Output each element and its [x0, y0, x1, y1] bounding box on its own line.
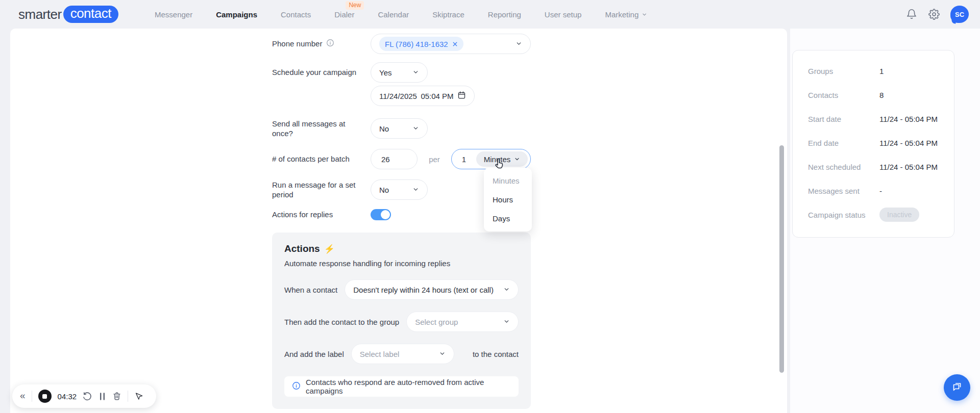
run-period-label: Run a message for a set period: [272, 180, 371, 200]
summary-row-campaign-status: Campaign status Inactive: [808, 210, 954, 220]
phone-number-row: Phone number FL (786) 418-1632: [272, 34, 531, 54]
time-value: 05:04 PM: [421, 92, 453, 100]
send-all-row: Send all messages at once? No: [272, 118, 531, 139]
nav-item-messenger[interactable]: Messenger: [143, 7, 204, 22]
user-avatar[interactable]: SC: [950, 6, 969, 23]
label-select[interactable]: Select label: [351, 344, 454, 364]
nav-item-calendar[interactable]: Calendar: [366, 7, 421, 22]
chevron-down-icon: [412, 186, 419, 194]
brand-word-smarter: smarter: [18, 7, 62, 22]
gear-icon[interactable]: [928, 8, 940, 20]
campaign-summary-card: Groups 1 Contacts 8 Start date 11/24 - 0…: [792, 50, 954, 238]
chevron-down-icon: [412, 68, 419, 77]
chevron-down-icon: [503, 286, 510, 294]
nav-item-contacts[interactable]: Contacts: [269, 7, 323, 22]
chevron-down-icon: [439, 350, 446, 358]
phone-number-select[interactable]: FL (786) 418-1632: [371, 34, 531, 54]
schedule-select[interactable]: Yes: [371, 62, 428, 83]
run-period-select[interactable]: No: [371, 179, 428, 200]
group-select[interactable]: Select group: [406, 312, 519, 332]
chevron-down-icon: [642, 10, 647, 19]
nav-item-marketing[interactable]: Marketing: [593, 7, 659, 22]
datetime-picker[interactable]: 11/24/2025 05:04 PM: [371, 86, 475, 106]
collapse-toolbar-icon[interactable]: «: [20, 391, 26, 402]
auto-remove-note: Contacts who respond are auto-removed fr…: [284, 376, 519, 397]
batch-label: # of contacts per batch: [272, 154, 371, 164]
top-navigation: smarter contact Messenger Campaigns Cont…: [0, 0, 980, 29]
stop-recording-button[interactable]: [38, 390, 52, 403]
when-contact-label: When a contact: [284, 286, 337, 294]
unit-option-days[interactable]: Days: [484, 209, 532, 228]
recording-time: 04:32: [58, 392, 77, 401]
restart-icon[interactable]: [83, 392, 92, 401]
actions-panel: Actions ⚡ Automate response handling for…: [272, 233, 531, 409]
close-icon[interactable]: [452, 40, 458, 48]
trash-icon[interactable]: [112, 392, 121, 401]
unit-dropdown-menu: Minutes Hours Days: [484, 168, 532, 231]
cursor-icon[interactable]: [134, 392, 143, 401]
divider: [32, 391, 32, 402]
nav-item-dialer[interactable]: Dialer New: [323, 7, 366, 22]
add-group-label: Then add the contact to the group: [284, 318, 399, 326]
chevron-down-icon: [503, 318, 510, 326]
pause-icon[interactable]: [99, 392, 106, 401]
actions-title: Actions ⚡: [284, 243, 519, 254]
unit-option-hours[interactable]: Hours: [484, 190, 532, 209]
add-label-row: And add the label Select label to the co…: [284, 344, 519, 364]
replies-toggle-label: Actions for replies: [272, 210, 371, 220]
chat-widget-button[interactable]: [944, 374, 970, 401]
bell-icon[interactable]: [905, 8, 918, 20]
per-label: per: [429, 155, 440, 164]
summary-row-end-date: End date 11/24 - 05:04 PM: [808, 138, 954, 148]
schedule-row: Schedule your campaign Yes: [272, 62, 531, 83]
batch-controls: per 1 Minutes: [371, 149, 531, 169]
summary-row-messages-sent: Messages sent -: [808, 186, 954, 196]
add-label-suffix: to the contact: [473, 350, 519, 358]
when-contact-select[interactable]: Doesn't reply within 24 hours (text or c…: [345, 279, 519, 300]
summary-row-contacts: Contacts 8: [808, 90, 954, 100]
campaign-settings-panel: Phone number FL (786) 418-1632: [10, 29, 787, 413]
screen-recorder-toolbar: « 04:32: [12, 384, 156, 408]
when-contact-row: When a contact Doesn't reply within 24 h…: [284, 279, 519, 300]
summary-row-groups: Groups 1: [808, 66, 954, 76]
batch-row: # of contacts per batch per 1 Minutes: [272, 149, 531, 169]
nav-item-skiptrace[interactable]: Skiptrace: [421, 7, 476, 22]
replies-toggle[interactable]: [371, 209, 391, 220]
interval-control[interactable]: 1 Minutes: [451, 149, 531, 169]
chat-icon: [950, 380, 964, 395]
status-badge: Inactive: [879, 208, 919, 222]
phone-chip: FL (786) 418-1632: [379, 37, 463, 51]
batch-count-input[interactable]: [371, 149, 418, 169]
info-icon: [292, 381, 301, 392]
brand-word-contact: contact: [63, 6, 118, 23]
new-badge: New: [346, 1, 364, 10]
actions-subtitle: Automate response handling for incoming …: [284, 259, 519, 268]
phone-number-label: Phone number: [272, 39, 371, 49]
nav-item-reporting[interactable]: Reporting: [476, 7, 533, 22]
main-nav: Messenger Campaigns Contacts Dialer New …: [143, 7, 659, 22]
unit-option-minutes[interactable]: Minutes: [484, 171, 532, 190]
divider: [128, 391, 128, 402]
schedule-label: Schedule your campaign: [272, 67, 371, 78]
vertical-scrollbar[interactable]: [779, 145, 784, 373]
send-all-label: Send all messages at once?: [272, 119, 371, 139]
send-all-select[interactable]: No: [371, 118, 428, 139]
summary-row-start-date: Start date 11/24 - 05:04 PM: [808, 114, 954, 124]
summary-row-next-scheduled: Next scheduled 11/24 - 05:04 PM: [808, 162, 954, 172]
topbar-actions: SC: [905, 0, 969, 29]
nav-item-campaigns[interactable]: Campaigns: [204, 7, 269, 22]
add-label-label: And add the label: [284, 350, 344, 358]
chevron-down-icon: [412, 124, 419, 133]
info-icon[interactable]: [326, 39, 334, 49]
schedule-datetime-row: 11/24/2025 05:04 PM: [272, 86, 531, 106]
interval-value[interactable]: 1: [452, 155, 476, 164]
nav-item-user-setup[interactable]: User setup: [533, 7, 594, 22]
date-value: 11/24/2025: [379, 92, 417, 100]
brand-logo[interactable]: smarter contact: [18, 6, 118, 23]
unit-dropdown-trigger[interactable]: Minutes: [476, 151, 528, 167]
calendar-icon[interactable]: [457, 91, 466, 101]
chevron-down-icon: [516, 40, 522, 48]
add-group-row: Then add the contact to the group Select…: [284, 312, 519, 332]
lightning-icon: ⚡: [324, 244, 335, 254]
